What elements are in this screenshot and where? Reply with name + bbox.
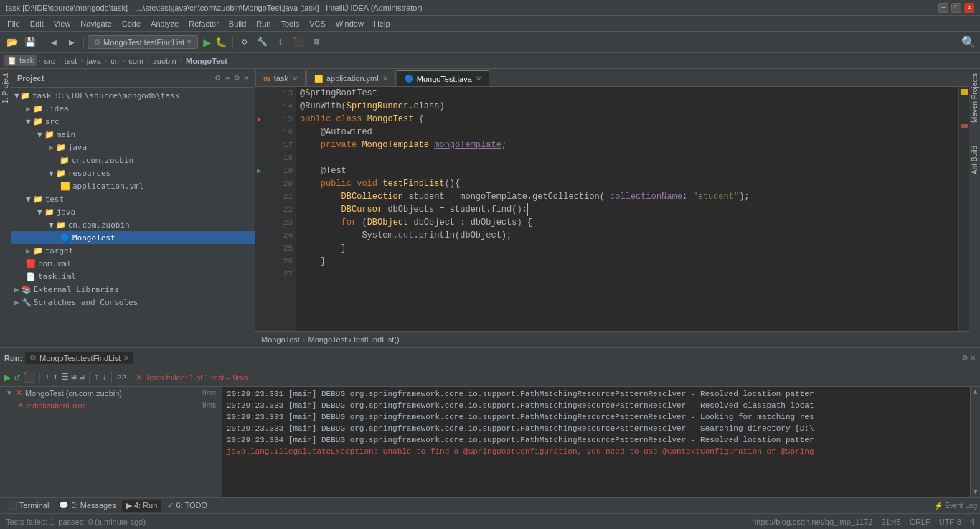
status-crlf[interactable]: CRLF	[910, 518, 930, 526]
tab-run[interactable]: ▶ 4: Run	[122, 500, 161, 512]
project-side-label[interactable]: 1: Project	[0, 69, 11, 108]
run-next-btn[interactable]: ↓	[102, 373, 107, 383]
tree-item-idea[interactable]: ▶ 📁 .idea	[11, 102, 255, 115]
scroll-up-icon[interactable]: ▲	[971, 387, 979, 398]
run-tree-item-mongotest[interactable]: ▼ ✕ MongoTest (cn.com.zuobin) 9ms	[0, 387, 222, 399]
nav-task[interactable]: 📋 task	[4, 55, 37, 66]
toolbar-extra3[interactable]: ↕	[273, 34, 288, 50]
menu-build[interactable]: Build	[225, 18, 250, 29]
toolbar-extra4[interactable]: ⬛	[291, 34, 306, 50]
run-sort-btn2[interactable]: ⬆	[52, 372, 57, 383]
tab-yml-close[interactable]: ✕	[382, 75, 388, 83]
menu-navigate[interactable]: Navigate	[76, 18, 116, 29]
tab-terminal[interactable]: ⬛ Terminal	[3, 500, 53, 512]
tree-item-task-iml[interactable]: 📄 task.iml	[11, 270, 255, 283]
tree-item-java1[interactable]: ▶ 📁 java	[11, 141, 255, 154]
run-tab-active[interactable]: ⚙ MongoTest.testFindList ✕	[25, 352, 133, 364]
menu-view[interactable]: View	[50, 18, 75, 29]
tree-item-main[interactable]: ▼ 📁 main	[11, 128, 255, 141]
toolbar-forward-btn[interactable]: ▶	[64, 34, 80, 50]
tree-item-task[interactable]: ▼ 📁 task D:\IDE\source\mongodb\task	[11, 89, 255, 102]
tree-item-cn-com-zuobin[interactable]: 📁 cn.com.zuobin	[11, 154, 255, 167]
run-tab-close[interactable]: ✕	[123, 354, 129, 362]
debug-btn[interactable]: 🐛	[213, 34, 229, 50]
tree-item-application-yml[interactable]: 🟨 application.yml	[11, 179, 255, 192]
run-play-btn[interactable]: ▶	[4, 370, 11, 385]
menu-code[interactable]: Code	[118, 18, 145, 29]
scroll-down-icon[interactable]: ▼	[971, 487, 979, 497]
breadcrumb-class[interactable]: MongoTest	[261, 335, 300, 344]
run-more-btn[interactable]: >>	[116, 373, 126, 383]
nav-src[interactable]: src	[42, 56, 57, 66]
run-expand-btn[interactable]: ⊞	[72, 372, 77, 383]
nav-com[interactable]: com	[126, 56, 146, 66]
toolbar-extra5[interactable]: ▤	[308, 34, 324, 50]
tree-item-java2[interactable]: ▼ 📁 java	[11, 205, 255, 218]
tab-mongotest-java[interactable]: 🔵 MongoTest.java ✕	[397, 70, 489, 86]
event-log-btn[interactable]: ⚡ Event Log	[934, 502, 977, 510]
code-editor[interactable]: 13 14 15 ● 16 17 18 19 ▶ 20 21 22	[255, 87, 969, 331]
toolbar-extra1[interactable]: ⚙	[237, 34, 253, 50]
tree-item-pom[interactable]: 🟥 pom.xml	[11, 257, 255, 270]
run-collapse-btn[interactable]: ⊟	[80, 372, 85, 383]
tab-task-close[interactable]: ✕	[292, 75, 298, 83]
menu-refactor[interactable]: Refactor	[184, 18, 223, 29]
ant-label[interactable]: Ant Build	[969, 141, 980, 179]
run-filter-btn[interactable]: ☰	[61, 372, 69, 383]
toolbar-save-btn[interactable]: 💾	[22, 34, 38, 50]
tree-item-mongotest[interactable]: 🔵 MongoTest	[11, 231, 255, 244]
status-link[interactable]: https://blog.csdn.net/qq_imp_1172	[752, 518, 872, 526]
menu-vcs[interactable]: VCS	[305, 18, 330, 29]
tree-item-target[interactable]: ▶ 📁 target	[11, 244, 255, 257]
tree-item-src[interactable]: ▼ 📁 src	[11, 115, 255, 128]
menu-tools[interactable]: Tools	[276, 18, 303, 29]
code-content[interactable]: @SpringBootTest @RunWith(SpringRunner.cl…	[296, 87, 958, 331]
breadcrumb-method[interactable]: MongoTest › testFindList()	[308, 335, 399, 344]
nav-cn[interactable]: cn	[108, 56, 121, 66]
nav-test[interactable]: test	[62, 56, 80, 66]
status-line-col[interactable]: 21:45	[881, 518, 901, 526]
bottom-settings-btn[interactable]: ⚙	[963, 352, 968, 363]
search-everywhere-btn[interactable]: 🔍	[961, 35, 976, 50]
run-prev-btn[interactable]: ↑	[94, 373, 99, 383]
tree-item-resources[interactable]: ▼ 📁 resources	[11, 167, 255, 179]
run-rerun-btn[interactable]: ↺	[14, 371, 20, 383]
toolbar-open-btn[interactable]: 📂	[4, 34, 20, 50]
minimize-btn[interactable]: ─	[938, 3, 948, 13]
toolbar-back-btn[interactable]: ◀	[46, 34, 62, 50]
run-config-dropdown[interactable]: ⚙ MongoTest.testFindList ▾	[88, 35, 198, 49]
tab-task[interactable]: m task ✕	[255, 70, 306, 86]
run-stop-btn[interactable]: ⬛	[23, 371, 35, 383]
bottom-close-btn[interactable]: ✕	[971, 352, 976, 363]
menu-edit[interactable]: Edit	[26, 18, 48, 29]
close-btn[interactable]: ✕	[964, 3, 974, 13]
menu-window[interactable]: Window	[331, 18, 368, 29]
run-sort-btn1[interactable]: ⬇	[44, 372, 50, 383]
tab-todo[interactable]: ✓ 6: TODO	[163, 500, 212, 512]
tree-item-test[interactable]: ▼ 📁 test	[11, 192, 255, 205]
nav-zuobin[interactable]: zuobin	[151, 56, 178, 66]
run-tree-item-init-error[interactable]: ✕ initializationError 9ms	[0, 399, 222, 411]
toolbar-extra2[interactable]: 🔧	[255, 34, 270, 50]
maven-label[interactable]: Maven Projects	[969, 69, 980, 127]
status-encoding[interactable]: UTF-8	[939, 518, 961, 526]
run-log[interactable]: 20:29:23.331 [main] DEBUG org.springfram…	[222, 387, 970, 497]
menu-run[interactable]: Run	[252, 18, 275, 29]
tab-mongotest-close[interactable]: ✕	[476, 75, 481, 83]
menu-help[interactable]: Help	[369, 18, 395, 29]
tree-item-cn-com-zuobin2[interactable]: ▼ 📁 cn.com.zuobin	[11, 218, 255, 231]
menu-analyze[interactable]: Analyze	[146, 18, 183, 29]
panel-settings-btn[interactable]: ⚙	[215, 72, 220, 83]
tree-item-scratches[interactable]: ▶ 🔧 Scratches and Consoles	[11, 296, 255, 309]
tree-item-ext-libs[interactable]: ▶ 📚 External Libraries	[11, 283, 255, 296]
tab-messages[interactable]: 💬 0: Messages	[55, 500, 120, 512]
run-green-btn[interactable]: ▶	[203, 34, 211, 50]
panel-close-btn[interactable]: ✕	[244, 72, 249, 83]
panel-expand-btn[interactable]: ⇔	[225, 72, 230, 83]
nav-java[interactable]: java	[85, 56, 103, 66]
panel-gear-btn[interactable]: ⚙	[235, 72, 240, 83]
nav-mongotest[interactable]: MongoTest	[184, 56, 230, 66]
maximize-btn[interactable]: □	[951, 3, 961, 13]
tab-application-yml[interactable]: 🟨 application.yml ✕	[306, 70, 396, 86]
menu-file[interactable]: File	[3, 18, 24, 29]
